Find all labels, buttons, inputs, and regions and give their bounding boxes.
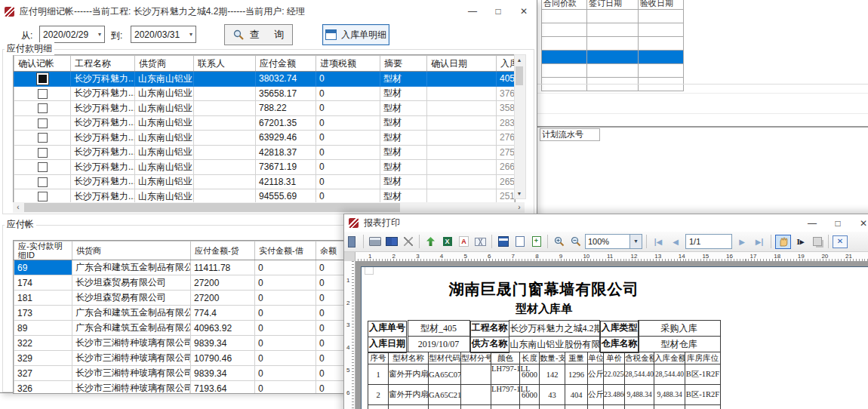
export-icon[interactable] (423, 235, 438, 248)
nav-prev-button[interactable]: ◀ (668, 238, 683, 246)
inbound-detail-button[interactable]: 入库单明细 (322, 24, 389, 45)
maximize-button[interactable]: □ (825, 214, 851, 232)
detail-table-row[interactable]: 长沙万科魅力...山东南山铝业...788.220型材358 (14, 101, 515, 116)
options-icon[interactable] (401, 235, 415, 248)
scrollbar-thumb[interactable] (24, 203, 400, 212)
chevron-down-icon[interactable]: ▼ (629, 235, 642, 248)
close-preview-button[interactable]: ✕ (833, 235, 848, 248)
confirm-checkbox[interactable] (38, 133, 48, 143)
bg-cell (587, 51, 639, 64)
col-project[interactable]: 工程名称 (71, 56, 135, 72)
payable-table-row[interactable]: 174长沙坦森贸易有限公司2720000 (14, 275, 377, 291)
minimize-button[interactable]: — (460, 0, 485, 23)
report-col-6: 数量-支 (540, 352, 565, 364)
col-summary[interactable]: 摘要 (380, 56, 427, 72)
page-setup-icon[interactable] (384, 235, 399, 248)
ruler-number: 19 (798, 253, 805, 260)
payable-table-row[interactable]: 327长沙市三湘特种玻璃有限公司9839.3400 (14, 366, 377, 381)
confirm-checkbox[interactable] (38, 148, 48, 158)
confirm-checkbox[interactable] (38, 162, 48, 172)
report-preview-area: 123456 湖南巨晟门窗幕墙有限公司 型材入库单 入库单号型材_405工程名称… (344, 261, 868, 409)
confirm-checkbox[interactable] (38, 177, 48, 187)
detail-table-row[interactable]: 长沙万科魅力...山东南山铝业...42818.370型材275 (14, 145, 515, 160)
nav-first-button[interactable]: |◀ (651, 238, 666, 246)
info-cell: 入库单号 (368, 321, 407, 337)
query-button[interactable]: 查 询 (224, 24, 293, 45)
col-tax[interactable]: 进项税额 (316, 56, 380, 72)
close-button[interactable]: ✕ (511, 0, 537, 23)
export-excel-icon[interactable]: X (440, 235, 454, 248)
col-confirm-date[interactable]: 确认日期 (427, 56, 497, 72)
col-confirm[interactable]: 确认记帐 (14, 56, 71, 72)
zoom-out-icon[interactable] (568, 235, 583, 248)
col-inbound[interactable]: 入库 (497, 56, 515, 72)
col-credit[interactable]: 应付金额-贷 (191, 241, 255, 260)
cell-summary: 型材 (380, 72, 427, 87)
minimize-button[interactable]: — (799, 214, 825, 232)
payable-table-row[interactable]: 329长沙市三湘特种玻璃有限公司10790.4600 (14, 351, 377, 366)
toolbox-icon[interactable] (345, 235, 359, 248)
confirm-checkbox[interactable] (38, 89, 48, 99)
print-icon[interactable] (368, 235, 382, 248)
text-select-tool-button[interactable]: I▸ (793, 235, 808, 248)
payable-table-row[interactable]: 173广东合和建筑五金制品有限公司774.400 (14, 306, 377, 321)
info-cell: 2019/10/07 (408, 337, 469, 352)
confirm-checkbox[interactable] (37, 73, 48, 85)
title-bar[interactable]: 报表打印 — □ ✕ (344, 214, 868, 232)
cell-project: 长沙万科魅力... (71, 115, 135, 131)
email-icon[interactable] (473, 235, 488, 248)
zoom-in-icon[interactable] (552, 235, 566, 248)
save-icon[interactable] (496, 235, 510, 248)
export-pdf-icon[interactable]: A (457, 235, 471, 248)
detail-table-row[interactable]: 长沙万科魅力...山东南山铝业...67201.350型材283 (14, 115, 515, 131)
scroll-down-icon[interactable]: ▼ (515, 189, 524, 198)
horizontal-scrollbar[interactable]: ‹ › (13, 202, 525, 213)
detail-table-row[interactable]: 长沙万科魅力...山东南山铝业...73671.190型材266 (14, 160, 515, 175)
cell-supplier: 长沙市三湘特种玻璃有限公司 (72, 336, 191, 351)
detail-table-row[interactable]: 长沙万科魅力...山东南山铝业...42118.310型材265 (14, 174, 515, 189)
to-date-select[interactable]: 2020/03/31 ▾ (131, 26, 196, 43)
single-page-icon[interactable] (512, 235, 527, 248)
detail-table-row[interactable]: 长沙万科魅力...山东南山铝业...63929.460型材276 (14, 131, 515, 146)
multipage-icon[interactable]: + (529, 235, 543, 248)
report-info-row: 入库日期2019/10/07供方名称山东南山铝业股份有限公司仓库名称型材仓库 (368, 337, 720, 352)
scrollbar-thumb[interactable] (516, 66, 523, 85)
col-contact[interactable]: 联系人 (194, 56, 256, 72)
zoom-select[interactable]: 100% ▼ (585, 234, 642, 249)
from-date-select[interactable]: 2020/02/29 ▾ (39, 26, 105, 43)
cell-debit: 0 (255, 306, 316, 321)
window-grid-icon (325, 29, 337, 40)
col-amount[interactable]: 应付金额 (256, 56, 316, 72)
payable-table-row[interactable]: 181长沙坦森贸易有限公司2720000 (14, 291, 377, 306)
bg-cell (587, 64, 639, 78)
hand-tool-button[interactable] (775, 235, 791, 249)
confirm-checkbox[interactable] (38, 192, 48, 201)
detail-table-row[interactable]: 长沙万科魅力...山东南山铝业...38032.740型材405 (14, 72, 515, 87)
copy-button[interactable] (810, 235, 824, 248)
nav-last-button[interactable]: ▶| (752, 238, 767, 246)
report-cell: 1 (368, 364, 389, 385)
nav-next-button[interactable]: ▶ (734, 238, 749, 246)
col-entry-id[interactable]: 应-实付款明 细ID (14, 241, 72, 260)
title-bar[interactable]: 应付明细记帐------当前工程: 长沙万科魅力之城4.2期------当前用户… (0, 0, 537, 23)
vertical-scrollbar[interactable]: ▲ ▼ (514, 54, 526, 199)
confirm-checkbox-cell (14, 72, 71, 87)
payable-table-row[interactable]: 69广东合和建筑五金制品有限公司11411.7800 (14, 260, 377, 275)
confirm-checkbox[interactable] (38, 103, 48, 113)
col-supplier[interactable]: 供货商 (72, 241, 191, 260)
payable-table-row[interactable]: 326长沙市三湘特种玻璃有限公司7193.6400 (14, 381, 377, 395)
page-number-box[interactable]: 1/1 (685, 234, 732, 249)
scroll-left-icon[interactable]: ‹ (13, 202, 23, 213)
col-debit[interactable]: 实付金额-借 (255, 241, 316, 260)
payable-table-row[interactable]: 322长沙市三湘特种玻璃有限公司9839.3400 (14, 336, 377, 351)
scroll-up-icon[interactable]: ▲ (515, 55, 524, 65)
cell-credit: 27200 (191, 275, 255, 291)
detail-table-row[interactable]: 长沙万科魅力...山东南山铝业...35658.170型材376 (14, 86, 515, 101)
confirm-checkbox[interactable] (38, 118, 48, 128)
payable-table-row[interactable]: 89广东合和建筑五金制品有限公司40963.9200 (14, 321, 377, 336)
maximize-button[interactable]: □ (485, 0, 511, 23)
col-supplier[interactable]: 供货商 (135, 56, 194, 72)
scroll-right-icon[interactable]: › (514, 202, 525, 213)
close-button[interactable]: ✕ (851, 214, 868, 232)
bg-cell (587, 37, 639, 51)
